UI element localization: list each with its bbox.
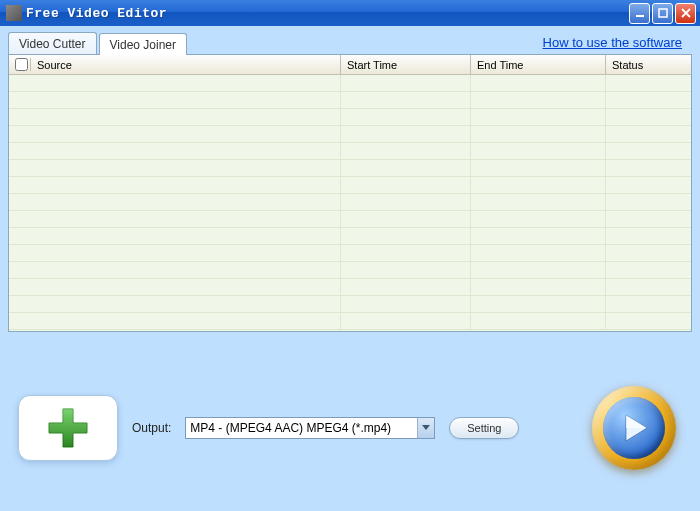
minimize-icon: [635, 8, 645, 18]
client-area: Video Cutter Video Joiner How to use the…: [0, 26, 700, 511]
col-end-time[interactable]: End Time: [471, 55, 606, 74]
maximize-icon: [658, 8, 668, 18]
list-header: Source Start Time End Time Status: [9, 55, 691, 75]
minimize-button[interactable]: [629, 3, 650, 24]
app-window: Free Video Editor Video Cutter Video Joi…: [0, 0, 700, 511]
window-controls: [629, 3, 696, 24]
list-row: [9, 75, 691, 92]
file-list: Source Start Time End Time Status: [8, 54, 692, 332]
close-icon: [681, 8, 691, 18]
bottom-toolbar: Output: MP4 - (MPEG4 AAC) MPEG4 (*.mp4) …: [8, 332, 692, 505]
dropdown-arrow: [417, 418, 434, 438]
tab-bar: Video Cutter Video Joiner How to use the…: [8, 30, 692, 54]
col-status[interactable]: Status: [606, 55, 673, 74]
add-file-button[interactable]: [18, 395, 118, 461]
output-label: Output:: [132, 421, 171, 435]
chevron-down-icon: [422, 425, 430, 431]
setting-button[interactable]: Setting: [449, 417, 519, 439]
col-source-group: Source: [9, 55, 341, 74]
tab-video-cutter[interactable]: Video Cutter: [8, 32, 97, 54]
play-icon: [617, 411, 651, 445]
app-icon: [6, 5, 22, 21]
svg-rect-1: [659, 9, 667, 17]
list-body[interactable]: [9, 75, 691, 331]
window-title: Free Video Editor: [26, 6, 629, 21]
output-format-dropdown[interactable]: MP4 - (MPEG4 AAC) MPEG4 (*.mp4): [185, 417, 435, 439]
titlebar[interactable]: Free Video Editor: [0, 0, 700, 26]
svg-rect-0: [636, 15, 644, 17]
maximize-button[interactable]: [652, 3, 673, 24]
col-source-label[interactable]: Source: [31, 59, 340, 71]
plus-icon: [45, 405, 91, 451]
col-start-time[interactable]: Start Time: [341, 55, 471, 74]
help-link[interactable]: How to use the software: [543, 35, 682, 50]
play-orb-inner: [603, 397, 665, 459]
close-button[interactable]: [675, 3, 696, 24]
output-format-value: MP4 - (MPEG4 AAC) MPEG4 (*.mp4): [190, 421, 417, 435]
tab-video-joiner[interactable]: Video Joiner: [99, 33, 188, 55]
col-checkbox[interactable]: [9, 58, 31, 71]
play-button[interactable]: [592, 386, 676, 470]
select-all-checkbox[interactable]: [15, 58, 28, 71]
